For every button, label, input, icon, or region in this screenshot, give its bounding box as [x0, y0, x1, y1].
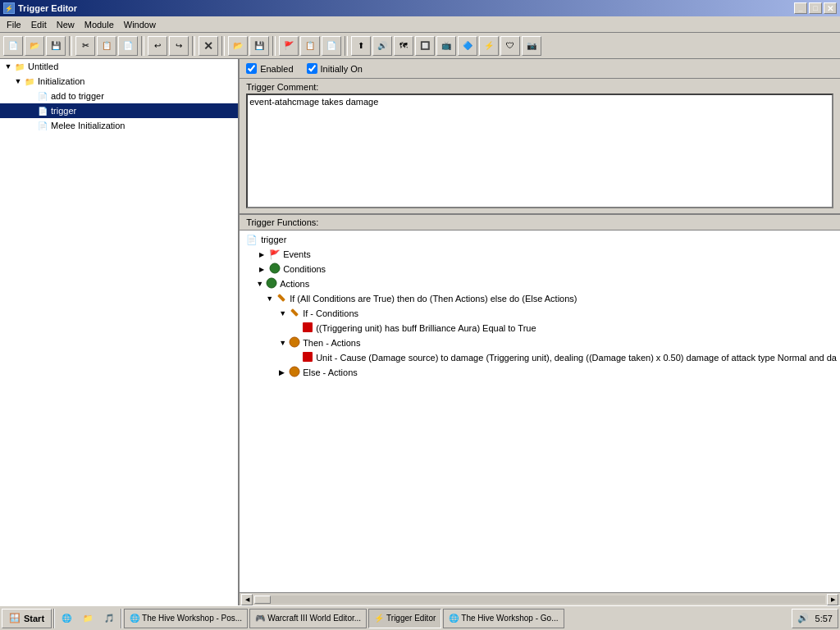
toolbar-minimap[interactable]: 🗺 — [394, 36, 413, 56]
media-icon[interactable]: 🎵 — [99, 609, 119, 628]
scroll-left-btn[interactable]: ◀ — [241, 594, 253, 605]
toolbar-redo[interactable]: ↪ — [169, 36, 189, 56]
expand-events: ▶ — [259, 251, 269, 258]
buff-condition-item[interactable]: ((Triggering unit) has buff Brilliance A… — [243, 321, 837, 336]
toolbar-item[interactable]: 🔷 — [458, 36, 477, 56]
unit-cause-item[interactable]: Unit - Cause (Damage source) to damage (… — [243, 350, 837, 365]
toolbar-paste[interactable]: 📄 — [118, 36, 138, 56]
warcraft-label: Warcraft III World Editor... — [267, 614, 361, 623]
expand-else[interactable]: ▶ — [279, 368, 289, 377]
clock-icon: 🔊 — [797, 613, 809, 623]
toolbar-new[interactable]: 📄 — [3, 36, 23, 56]
horizontal-scrollbar[interactable]: ◀ ▶ — [240, 592, 840, 605]
toolbar-copy2[interactable]: 📋 — [300, 36, 320, 56]
tree-trigger[interactable]: 📄 trigger — [0, 103, 238, 118]
enabled-checkbox[interactable] — [246, 63, 257, 74]
init-expand-icon[interactable]: ▼ — [13, 77, 23, 85]
toolbar-save[interactable]: 💾 — [46, 36, 66, 56]
conditions-icon — [269, 262, 281, 276]
scroll-thumb[interactable] — [254, 596, 271, 604]
expand-then[interactable]: ▼ — [279, 339, 289, 347]
toolbar-cut[interactable]: ✂ — [75, 36, 95, 56]
taskbar-sep2 — [121, 609, 122, 628]
if-then-else-item[interactable]: ▼ If (All Conditions are True) then do (… — [243, 291, 837, 306]
start-button[interactable]: 🪟 Start — [2, 609, 52, 628]
close-btn[interactable]: ✕ — [824, 2, 837, 14]
functions-section: Trigger Functions: 📄 trigger ▶ 🚩 Events — [240, 213, 840, 605]
then-icon — [289, 336, 300, 349]
tree-add-to-trigger[interactable]: 📄 add to trigger — [0, 89, 238, 103]
title-bar-buttons: _ □ ✕ — [794, 2, 837, 14]
unit-cause-label: Unit - Cause (Damage source) to damage (… — [316, 353, 837, 363]
taskbar-hive2[interactable]: 🌐 The Hive Workshop - Go... — [443, 609, 564, 628]
explorer-icon[interactable]: 📁 — [78, 609, 98, 628]
start-icon: 🪟 — [9, 613, 21, 623]
trigger-label: trigger — [51, 106, 76, 116]
initially-on-label[interactable]: Initially On — [307, 63, 363, 74]
toolbar-open2[interactable]: 📂 — [228, 36, 248, 56]
ie-icon[interactable]: 🌐 — [57, 609, 76, 628]
toolbar-camera[interactable]: 📷 — [522, 36, 541, 56]
comment-textarea[interactable]: event-atahcmage takes damage — [246, 94, 833, 208]
enabled-label[interactable]: Enabled — [246, 63, 293, 74]
root-expand-icon[interactable]: ▼ — [3, 62, 13, 71]
scroll-right-btn[interactable]: ▶ — [827, 594, 838, 605]
add-trigger-icon: 📄 — [36, 90, 49, 102]
menu-file[interactable]: File — [2, 18, 26, 31]
scroll-track[interactable] — [254, 596, 825, 604]
melee-label: Melee Initialization — [51, 121, 126, 130]
warcraft-icon: 🎮 — [255, 614, 265, 623]
root-icon: 📁 — [13, 61, 26, 72]
if-conditions-item[interactable]: ▼ If - Conditions — [243, 306, 837, 321]
trigger-root-item[interactable]: 📄 trigger — [243, 232, 837, 247]
expand-actions[interactable]: ▼ — [256, 280, 266, 288]
buff-label: ((Triggering unit) has buff Brilliance A… — [316, 323, 536, 333]
expand-if-then[interactable]: ▼ — [266, 294, 276, 303]
toolbar-flag[interactable]: 🚩 — [279, 36, 299, 56]
enabled-text: Enabled — [260, 64, 293, 74]
menu-module[interactable]: Module — [80, 18, 119, 31]
events-item[interactable]: ▶ 🚩 Events — [243, 247, 837, 262]
maximize-btn[interactable]: □ — [809, 2, 822, 14]
toolbar-up[interactable]: ⬆ — [351, 36, 371, 56]
minimize-btn[interactable]: _ — [794, 2, 807, 14]
toolbar-open[interactable]: 📂 — [25, 36, 44, 56]
expand-if-cond[interactable]: ▼ — [279, 309, 289, 317]
events-flag-icon: 🚩 — [269, 249, 281, 260]
actions-label: Actions — [280, 279, 309, 289]
menu-bar: File Edit New Module Window — [0, 16, 840, 33]
trigger-editor-icon: ⚡ — [374, 614, 384, 623]
toolbar-delete[interactable]: ✕ — [199, 36, 218, 56]
then-actions-label: Then - Actions — [303, 338, 360, 348]
taskbar-hive1[interactable]: 🌐 The Hive Workshop - Pos... — [124, 609, 248, 628]
taskbar-trigger-editor[interactable]: ⚡ Trigger Editor — [368, 609, 441, 628]
taskbar-warcraft[interactable]: 🎮 Warcraft III World Editor... — [249, 609, 367, 628]
expand-conditions: ▶ — [259, 266, 269, 273]
toolbar-ability[interactable]: ⚡ — [479, 36, 499, 56]
conditions-label: Conditions — [283, 264, 326, 274]
toolbar-save2[interactable]: 💾 — [249, 36, 269, 56]
menu-new[interactable]: New — [52, 18, 80, 31]
toolbar-sound[interactable]: 🔊 — [372, 36, 392, 56]
actions-item[interactable]: ▼ Actions — [243, 276, 837, 291]
svg-rect-2 — [277, 294, 285, 302]
menu-window[interactable]: Window — [119, 18, 161, 31]
toolbar-paste2[interactable]: 📄 — [322, 36, 341, 56]
menu-edit[interactable]: Edit — [26, 18, 52, 31]
else-actions-item[interactable]: ▶ Else - Actions — [243, 365, 837, 380]
svg-point-5 — [290, 337, 299, 347]
toolbar-unit[interactable]: 🔲 — [415, 36, 435, 56]
time-display: 5:57 — [815, 614, 833, 623]
toolbar-screen[interactable]: 📺 — [436, 36, 456, 56]
toolbar-undo[interactable]: ↩ — [148, 36, 167, 56]
toolbar-buff[interactable]: 🛡 — [500, 36, 520, 56]
initially-on-checkbox[interactable] — [307, 63, 317, 74]
tree-initialization[interactable]: ▼ 📁 Initialization — [0, 74, 238, 89]
then-actions-item[interactable]: ▼ Then - Actions — [243, 336, 837, 350]
comment-label: Trigger Comment: — [246, 82, 833, 92]
conditions-item[interactable]: ▶ Conditions — [243, 262, 837, 276]
tree-root[interactable]: ▼ 📁 Untitled — [0, 59, 238, 74]
tree-melee-init[interactable]: 📄 Melee Initialization — [0, 118, 238, 133]
toolbar-copy[interactable]: 📋 — [97, 36, 116, 56]
comment-section: Trigger Comment: event-atahcmage takes d… — [240, 79, 840, 213]
